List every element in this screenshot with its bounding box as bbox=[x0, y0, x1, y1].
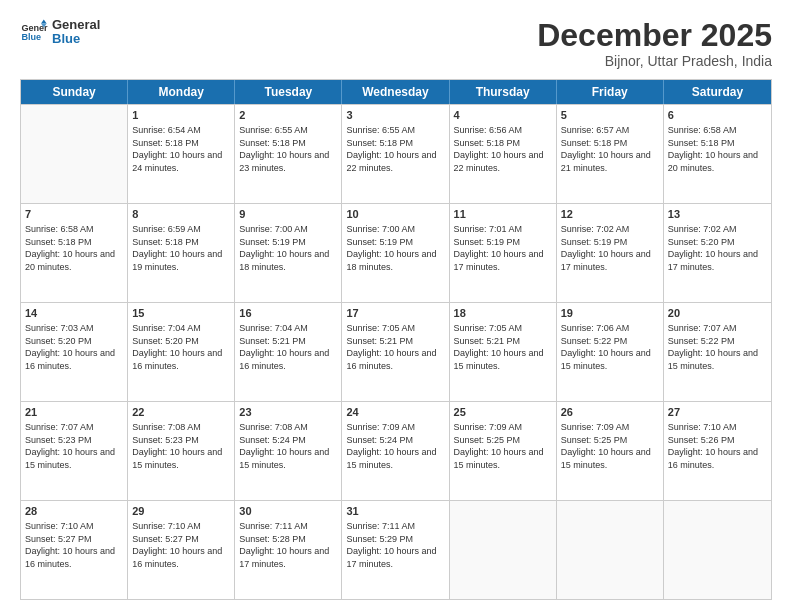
day-cell-14: 14Sunrise: 7:03 AM Sunset: 5:20 PM Dayli… bbox=[21, 303, 128, 401]
location-subtitle: Bijnor, Uttar Pradesh, India bbox=[537, 53, 772, 69]
header-day-sunday: Sunday bbox=[21, 80, 128, 104]
day-number: 5 bbox=[561, 108, 659, 123]
day-number: 7 bbox=[25, 207, 123, 222]
day-number: 17 bbox=[346, 306, 444, 321]
week-row-4: 21Sunrise: 7:07 AM Sunset: 5:23 PM Dayli… bbox=[21, 401, 771, 500]
day-info: Sunrise: 7:00 AM Sunset: 5:19 PM Dayligh… bbox=[239, 223, 337, 273]
header-day-tuesday: Tuesday bbox=[235, 80, 342, 104]
day-info: Sunrise: 7:09 AM Sunset: 5:25 PM Dayligh… bbox=[561, 421, 659, 471]
day-number: 16 bbox=[239, 306, 337, 321]
day-info: Sunrise: 7:05 AM Sunset: 5:21 PM Dayligh… bbox=[346, 322, 444, 372]
day-number: 1 bbox=[132, 108, 230, 123]
day-number: 29 bbox=[132, 504, 230, 519]
week-row-1: 1Sunrise: 6:54 AM Sunset: 5:18 PM Daylig… bbox=[21, 104, 771, 203]
day-cell-27: 27Sunrise: 7:10 AM Sunset: 5:26 PM Dayli… bbox=[664, 402, 771, 500]
day-info: Sunrise: 7:11 AM Sunset: 5:28 PM Dayligh… bbox=[239, 520, 337, 570]
day-info: Sunrise: 7:09 AM Sunset: 5:24 PM Dayligh… bbox=[346, 421, 444, 471]
day-cell-5: 5Sunrise: 6:57 AM Sunset: 5:18 PM Daylig… bbox=[557, 105, 664, 203]
logo-text-general: General bbox=[52, 18, 100, 32]
day-cell-22: 22Sunrise: 7:08 AM Sunset: 5:23 PM Dayli… bbox=[128, 402, 235, 500]
header-day-monday: Monday bbox=[128, 80, 235, 104]
svg-marker-2 bbox=[41, 20, 47, 24]
day-cell-10: 10Sunrise: 7:00 AM Sunset: 5:19 PM Dayli… bbox=[342, 204, 449, 302]
day-cell-3: 3Sunrise: 6:55 AM Sunset: 5:18 PM Daylig… bbox=[342, 105, 449, 203]
day-number: 28 bbox=[25, 504, 123, 519]
day-info: Sunrise: 7:00 AM Sunset: 5:19 PM Dayligh… bbox=[346, 223, 444, 273]
logo-icon: General Blue bbox=[20, 18, 48, 46]
day-cell-29: 29Sunrise: 7:10 AM Sunset: 5:27 PM Dayli… bbox=[128, 501, 235, 599]
day-number: 12 bbox=[561, 207, 659, 222]
day-cell-28: 28Sunrise: 7:10 AM Sunset: 5:27 PM Dayli… bbox=[21, 501, 128, 599]
day-cell-8: 8Sunrise: 6:59 AM Sunset: 5:18 PM Daylig… bbox=[128, 204, 235, 302]
day-number: 11 bbox=[454, 207, 552, 222]
day-cell-19: 19Sunrise: 7:06 AM Sunset: 5:22 PM Dayli… bbox=[557, 303, 664, 401]
day-info: Sunrise: 7:10 AM Sunset: 5:27 PM Dayligh… bbox=[132, 520, 230, 570]
day-cell-31: 31Sunrise: 7:11 AM Sunset: 5:29 PM Dayli… bbox=[342, 501, 449, 599]
day-cell-18: 18Sunrise: 7:05 AM Sunset: 5:21 PM Dayli… bbox=[450, 303, 557, 401]
day-info: Sunrise: 6:55 AM Sunset: 5:18 PM Dayligh… bbox=[239, 124, 337, 174]
empty-cell bbox=[557, 501, 664, 599]
day-info: Sunrise: 7:05 AM Sunset: 5:21 PM Dayligh… bbox=[454, 322, 552, 372]
day-cell-4: 4Sunrise: 6:56 AM Sunset: 5:18 PM Daylig… bbox=[450, 105, 557, 203]
day-info: Sunrise: 7:10 AM Sunset: 5:26 PM Dayligh… bbox=[668, 421, 767, 471]
day-info: Sunrise: 6:57 AM Sunset: 5:18 PM Dayligh… bbox=[561, 124, 659, 174]
day-number: 9 bbox=[239, 207, 337, 222]
logo: General Blue General Blue bbox=[20, 18, 100, 47]
day-info: Sunrise: 7:02 AM Sunset: 5:19 PM Dayligh… bbox=[561, 223, 659, 273]
day-info: Sunrise: 7:08 AM Sunset: 5:24 PM Dayligh… bbox=[239, 421, 337, 471]
day-number: 30 bbox=[239, 504, 337, 519]
day-cell-17: 17Sunrise: 7:05 AM Sunset: 5:21 PM Dayli… bbox=[342, 303, 449, 401]
day-number: 3 bbox=[346, 108, 444, 123]
day-info: Sunrise: 7:08 AM Sunset: 5:23 PM Dayligh… bbox=[132, 421, 230, 471]
day-number: 13 bbox=[668, 207, 767, 222]
day-number: 18 bbox=[454, 306, 552, 321]
calendar-body: 1Sunrise: 6:54 AM Sunset: 5:18 PM Daylig… bbox=[21, 104, 771, 599]
day-cell-1: 1Sunrise: 6:54 AM Sunset: 5:18 PM Daylig… bbox=[128, 105, 235, 203]
day-info: Sunrise: 6:59 AM Sunset: 5:18 PM Dayligh… bbox=[132, 223, 230, 273]
day-info: Sunrise: 7:02 AM Sunset: 5:20 PM Dayligh… bbox=[668, 223, 767, 273]
day-number: 25 bbox=[454, 405, 552, 420]
calendar: SundayMondayTuesdayWednesdayThursdayFrid… bbox=[20, 79, 772, 600]
day-cell-20: 20Sunrise: 7:07 AM Sunset: 5:22 PM Dayli… bbox=[664, 303, 771, 401]
day-number: 15 bbox=[132, 306, 230, 321]
day-cell-11: 11Sunrise: 7:01 AM Sunset: 5:19 PM Dayli… bbox=[450, 204, 557, 302]
day-number: 19 bbox=[561, 306, 659, 321]
day-number: 22 bbox=[132, 405, 230, 420]
day-info: Sunrise: 7:04 AM Sunset: 5:20 PM Dayligh… bbox=[132, 322, 230, 372]
header: General Blue General Blue December 2025 … bbox=[20, 18, 772, 69]
day-info: Sunrise: 6:58 AM Sunset: 5:18 PM Dayligh… bbox=[25, 223, 123, 273]
day-number: 26 bbox=[561, 405, 659, 420]
header-day-thursday: Thursday bbox=[450, 80, 557, 104]
week-row-5: 28Sunrise: 7:10 AM Sunset: 5:27 PM Dayli… bbox=[21, 500, 771, 599]
day-info: Sunrise: 6:56 AM Sunset: 5:18 PM Dayligh… bbox=[454, 124, 552, 174]
day-cell-24: 24Sunrise: 7:09 AM Sunset: 5:24 PM Dayli… bbox=[342, 402, 449, 500]
day-cell-2: 2Sunrise: 6:55 AM Sunset: 5:18 PM Daylig… bbox=[235, 105, 342, 203]
day-info: Sunrise: 7:07 AM Sunset: 5:23 PM Dayligh… bbox=[25, 421, 123, 471]
week-row-3: 14Sunrise: 7:03 AM Sunset: 5:20 PM Dayli… bbox=[21, 302, 771, 401]
day-cell-16: 16Sunrise: 7:04 AM Sunset: 5:21 PM Dayli… bbox=[235, 303, 342, 401]
day-info: Sunrise: 7:06 AM Sunset: 5:22 PM Dayligh… bbox=[561, 322, 659, 372]
calendar-header: SundayMondayTuesdayWednesdayThursdayFrid… bbox=[21, 80, 771, 104]
day-cell-12: 12Sunrise: 7:02 AM Sunset: 5:19 PM Dayli… bbox=[557, 204, 664, 302]
day-cell-21: 21Sunrise: 7:07 AM Sunset: 5:23 PM Dayli… bbox=[21, 402, 128, 500]
day-number: 10 bbox=[346, 207, 444, 222]
day-number: 2 bbox=[239, 108, 337, 123]
day-number: 14 bbox=[25, 306, 123, 321]
day-number: 21 bbox=[25, 405, 123, 420]
day-number: 8 bbox=[132, 207, 230, 222]
day-info: Sunrise: 6:54 AM Sunset: 5:18 PM Dayligh… bbox=[132, 124, 230, 174]
day-cell-30: 30Sunrise: 7:11 AM Sunset: 5:28 PM Dayli… bbox=[235, 501, 342, 599]
day-number: 20 bbox=[668, 306, 767, 321]
empty-cell bbox=[450, 501, 557, 599]
day-info: Sunrise: 6:58 AM Sunset: 5:18 PM Dayligh… bbox=[668, 124, 767, 174]
day-info: Sunrise: 6:55 AM Sunset: 5:18 PM Dayligh… bbox=[346, 124, 444, 174]
day-number: 4 bbox=[454, 108, 552, 123]
day-number: 27 bbox=[668, 405, 767, 420]
header-day-friday: Friday bbox=[557, 80, 664, 104]
day-cell-26: 26Sunrise: 7:09 AM Sunset: 5:25 PM Dayli… bbox=[557, 402, 664, 500]
day-info: Sunrise: 7:10 AM Sunset: 5:27 PM Dayligh… bbox=[25, 520, 123, 570]
day-cell-13: 13Sunrise: 7:02 AM Sunset: 5:20 PM Dayli… bbox=[664, 204, 771, 302]
day-number: 31 bbox=[346, 504, 444, 519]
day-cell-23: 23Sunrise: 7:08 AM Sunset: 5:24 PM Dayli… bbox=[235, 402, 342, 500]
day-info: Sunrise: 7:04 AM Sunset: 5:21 PM Dayligh… bbox=[239, 322, 337, 372]
